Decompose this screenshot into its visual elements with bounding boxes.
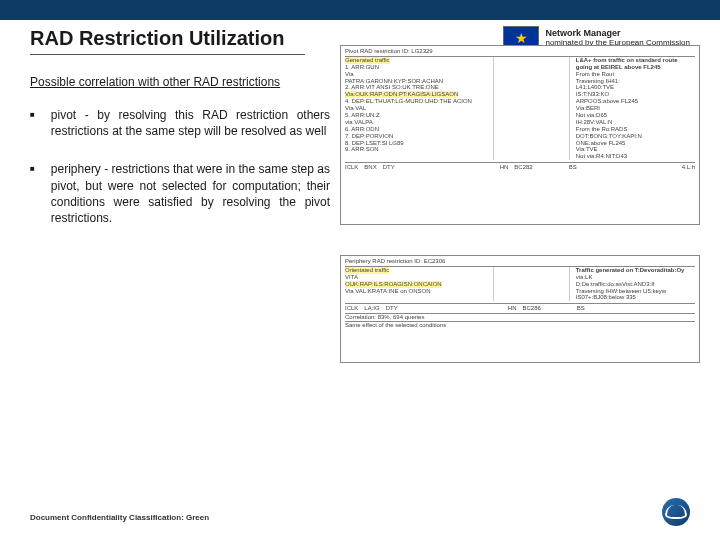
per-l1: VITA bbox=[345, 274, 358, 280]
pivot-l5: 4. DEP:EL:THUAT:LG-MURD:UHD:THE ACION bbox=[345, 98, 472, 104]
pr6: Not via:D65 bbox=[576, 112, 607, 118]
bullet-text: pivot - by resolving this RAD restrictio… bbox=[51, 107, 330, 139]
pivot-box-title: Pivot RAD restriction ID: LG2329 bbox=[345, 48, 695, 57]
pr12: Not via:R4:NIT:D43 bbox=[576, 153, 627, 159]
periphery-box-title: Periphery RAD restriction ID: EC2306 bbox=[345, 258, 695, 267]
pivot-l6: Via VAL bbox=[345, 105, 366, 111]
subtitle: Possible correlation with other RAD rest… bbox=[30, 75, 330, 89]
hl-generated-traffic: Generated traffic bbox=[345, 57, 390, 64]
pivot-l11: 8. DEP:LSET:SI LG89 bbox=[345, 140, 404, 146]
pr3: IS:T:N33:KO bbox=[576, 91, 609, 97]
eurocontrol-logo-icon bbox=[662, 498, 690, 526]
pr4: ARPOOS:above FL245 bbox=[576, 98, 638, 104]
perr2: Traversing IHW:between U5:keyw bbox=[576, 288, 666, 294]
top-bar bbox=[0, 0, 720, 20]
bullet-periphery: ■ periphery - restrictions that were in … bbox=[30, 161, 330, 226]
pr2: L41:L400:TVE bbox=[576, 84, 614, 90]
perr3: IS07+:BJ08:below 335 bbox=[576, 294, 636, 300]
pivot-right-lead: L&A+ from traffic on standard route goin… bbox=[576, 57, 678, 70]
pr8: From the Ro:RADS bbox=[576, 126, 628, 132]
nm-line1: Network Manager bbox=[545, 28, 620, 38]
per-footer-right: HN BC286 BS bbox=[508, 305, 585, 312]
periphery-box: Periphery RAD restriction ID: EC2306 Ori… bbox=[340, 255, 700, 363]
pr0: From the Rout bbox=[576, 71, 614, 77]
pr11: Via:TVE bbox=[576, 146, 598, 152]
left-column: Possible correlation with other RAD rest… bbox=[30, 75, 330, 248]
perr1: D;De:traffic:do:asVist:AND3:If bbox=[576, 281, 655, 287]
per-l2: Via VAL:KRATA:INE on ONSON bbox=[345, 288, 431, 294]
pivot-l1: 1. ARR:GUN bbox=[345, 64, 379, 70]
per-right-lead: Traffic generated on T:Devoraditab:Oy bbox=[576, 267, 685, 273]
pr9: DOT:BONG:TOY:KAPI:N bbox=[576, 133, 642, 139]
pivot-footer-left: ICLK BNX DTY bbox=[345, 164, 395, 171]
right-column: Pivot RAD restriction ID: LG2329 Generat… bbox=[340, 75, 720, 248]
page-title: RAD Restriction Utilization bbox=[30, 27, 284, 50]
footer-classification: Document Confidentiality Classification:… bbox=[30, 513, 209, 522]
pr7: IH:28V:VAL:N bbox=[576, 119, 613, 125]
pivot-box: Pivot RAD restriction ID: LG2329 Generat… bbox=[340, 45, 700, 225]
bullet-pivot: ■ pivot - by resolving this RAD restrict… bbox=[30, 107, 330, 139]
pivot-l2: Via bbox=[345, 71, 354, 77]
body: Possible correlation with other RAD rest… bbox=[0, 55, 720, 248]
pivot-l4: 2. ARR:VIT ANSI SO:UK TRE:ONE bbox=[345, 84, 439, 90]
pivot-footer-far: 4.L:h bbox=[682, 164, 695, 171]
bullet-icon: ■ bbox=[30, 107, 35, 139]
hl-via: Via:OUK:RAP:ODN:PT:KAGISA:LIGSAON bbox=[345, 91, 458, 98]
pivot-l9: 6. ARR:ODN bbox=[345, 126, 379, 132]
pr5: Via:BERI bbox=[576, 105, 600, 111]
pr1: Traversing IH41: bbox=[576, 78, 620, 84]
pivot-l12: 9. ARR:SON bbox=[345, 146, 379, 152]
pivot-l8: via VALPA bbox=[345, 119, 373, 125]
per-footer-left: ICLK LA:IG DTY bbox=[345, 305, 398, 312]
perr0: via:LK bbox=[576, 274, 593, 280]
hl-per-via: OUK:RAP:ILS:ROAGISN:ONCAION bbox=[345, 281, 442, 288]
same-effect-line: Same effect of the selected conditions bbox=[345, 321, 695, 329]
pr10: ONE:above FL245 bbox=[576, 140, 626, 146]
pivot-l7: 5. ARR:UN:Z bbox=[345, 112, 380, 118]
bullet-text: periphery - restrictions that were in th… bbox=[51, 161, 330, 226]
pivot-l3: PATRA:GARONN:KYP:SOR:ACHAN bbox=[345, 78, 443, 84]
pivot-l10: 7. DEP:PORVION bbox=[345, 133, 393, 139]
pivot-footer-right: HN BC282 BS bbox=[500, 164, 577, 171]
bullet-icon: ■ bbox=[30, 161, 35, 226]
hl-orientated: Orientated traffic bbox=[345, 267, 389, 274]
correlation-line: Correlation: 83%, 694 queries bbox=[345, 313, 695, 321]
